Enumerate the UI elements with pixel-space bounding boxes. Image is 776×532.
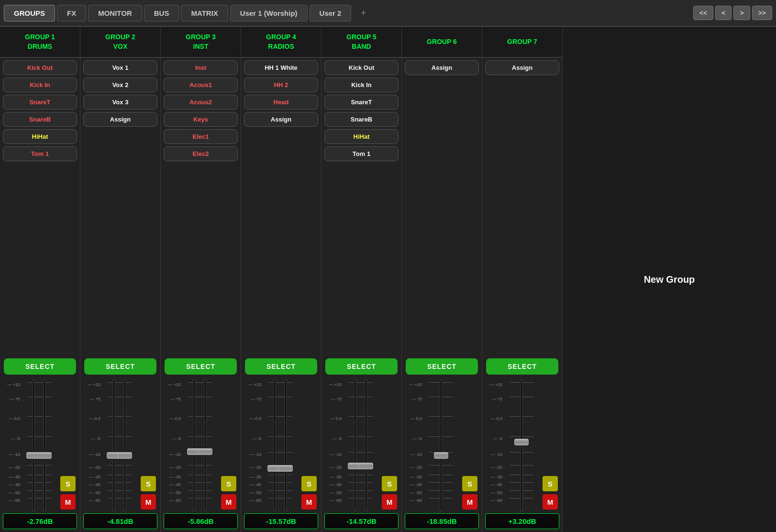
tab-fx[interactable]: FX [57, 5, 86, 22]
mute-btn-group1[interactable]: M [60, 494, 76, 510]
db-display-group2: -4.81dB [83, 513, 157, 529]
channel-btn-group5-0[interactable]: Kick Out [324, 60, 399, 75]
channel-btn-group1-2[interactable]: SnareT [3, 95, 77, 110]
scale-label-1: — +5 [411, 397, 422, 401]
select-btn-group4[interactable]: SELECT [245, 358, 317, 375]
tick-3 [268, 436, 292, 437]
fader-center-group5 [343, 379, 378, 511]
channel-btn-group3-1[interactable]: Acous1 [164, 78, 238, 92]
channel-btn-group2-3[interactable]: Assign [83, 112, 157, 127]
fader-handle2-group4[interactable] [278, 465, 293, 472]
select-btn-group5[interactable]: SELECT [325, 358, 398, 375]
tab-user1[interactable]: User 1 (Worship) [230, 5, 308, 22]
arrow-last[interactable]: >> [752, 6, 772, 20]
group-col-group6: GROUP 6AssignSELECT— +10— +5— 0.0— -5— -… [402, 27, 482, 532]
tab-bus[interactable]: BUS [144, 5, 179, 22]
select-btn-group1[interactable]: SELECT [4, 358, 76, 375]
channel-btn-group1-1[interactable]: Kick In [3, 78, 77, 92]
channel-btn-group3-5[interactable]: Elec2 [164, 146, 238, 161]
fader-handle2-group5[interactable] [359, 463, 373, 469]
scale-label-5: — -20 [410, 465, 422, 470]
channel-btn-group3-0[interactable]: Inst [164, 60, 238, 75]
top-navigation: GROUPS FX MONITOR BUS MATRIX User 1 (Wor… [0, 0, 776, 27]
group-header-group7: GROUP 7 [482, 27, 562, 58]
mute-btn-group6[interactable]: M [462, 494, 477, 510]
channel-btn-group4-3[interactable]: Assign [244, 112, 318, 127]
fader-scale-group7: — +10— +5— 0.0— -5— -10— -20— -30— -40— … [484, 379, 502, 511]
channel-list-group3: InstAcous1Acous2KeysElec1Elec2 [161, 58, 241, 166]
select-btn-group2[interactable]: SELECT [84, 358, 156, 375]
channel-btn-group1-4[interactable]: HiHat [3, 129, 77, 144]
fader-handle-group6[interactable] [434, 452, 448, 459]
channel-btn-group3-3[interactable]: Keys [164, 112, 238, 127]
channel-btn-group2-1[interactable]: Vox 2 [83, 78, 157, 92]
solo-btn-group2[interactable]: S [141, 476, 156, 491]
fader-handle2-group2[interactable] [118, 452, 132, 459]
mute-btn-group5[interactable]: M [382, 494, 397, 510]
select-btn-group6[interactable]: SELECT [406, 358, 478, 375]
tab-user2[interactable]: User 2 [310, 5, 352, 22]
channel-btn-group4-1[interactable]: HH 2 [244, 78, 318, 92]
scale-label-2: — 0.0 [491, 416, 502, 421]
tick-1 [349, 397, 373, 397]
fader-track2-group3 [204, 379, 206, 511]
tab-matrix[interactable]: MATRIX [181, 5, 228, 22]
tab-groups[interactable]: GROUPS [4, 5, 55, 22]
mute-btn-group2[interactable]: M [141, 494, 156, 510]
mute-btn-group3[interactable]: M [221, 494, 236, 510]
channel-list-group1: Kick OutKick InSnareTSnareBHiHatTom 1 [0, 58, 80, 166]
channel-btn-group5-1[interactable]: Kick In [324, 78, 399, 92]
tick-5 [108, 465, 132, 466]
scale-label-8: — -50 [249, 490, 261, 495]
tab-monitor[interactable]: MONITOR [88, 5, 142, 22]
channel-btn-group5-2[interactable]: SnareT [324, 95, 399, 110]
fader-handle2-group1[interactable] [37, 452, 52, 459]
mute-btn-group7[interactable]: M [543, 494, 558, 510]
fader-handle2-group3[interactable] [198, 448, 212, 455]
channel-btn-group5-4[interactable]: HiHat [324, 129, 399, 144]
solo-btn-group6[interactable]: S [462, 476, 477, 491]
channel-btn-group2-2[interactable]: Vox 3 [83, 95, 157, 110]
channel-btn-group1-3[interactable]: SnareB [3, 112, 77, 127]
fader-track2-group2 [123, 379, 126, 511]
tick-9 [349, 498, 373, 499]
add-tab-button[interactable]: + [353, 4, 374, 22]
solo-btn-group1[interactable]: S [60, 476, 76, 491]
scale-label-2: — 0.0 [169, 416, 181, 421]
channel-btn-group7-0[interactable]: Assign [485, 60, 559, 75]
scale-label-9: — -60 [249, 498, 261, 503]
scale-label-2: — 0.0 [89, 416, 100, 421]
channel-btn-group5-5[interactable]: Tom 1 [324, 146, 399, 161]
new-group-panel[interactable]: New Group [563, 27, 776, 532]
solo-btn-group5[interactable]: S [382, 476, 397, 491]
fader-visual-group3: — +10— +5— 0.0— -5— -10— -20— -30— -40— … [163, 379, 239, 511]
scale-label-0: — +10 [409, 382, 422, 387]
scale-label-7: — -40 [410, 482, 422, 487]
select-btn-group7[interactable]: SELECT [486, 358, 558, 375]
solo-btn-group3[interactable]: S [221, 476, 236, 491]
channel-btn-group5-3[interactable]: SnareB [324, 112, 399, 127]
scale-label-4: — -10 [330, 452, 342, 457]
channel-btn-group2-0[interactable]: Vox 1 [83, 60, 157, 75]
select-btn-group3[interactable]: SELECT [165, 358, 237, 375]
tick-8 [349, 490, 373, 491]
fader-scale-group2: — +10— +5— 0.0— -5— -10— -20— -30— -40— … [82, 379, 100, 511]
tick-0 [188, 382, 212, 383]
arrow-first[interactable]: << [693, 6, 713, 20]
channel-btn-group4-0[interactable]: HH 1 White [244, 60, 318, 75]
channel-btn-group1-5[interactable]: Tom 1 [3, 146, 77, 161]
channel-btn-group3-4[interactable]: Elec1 [164, 129, 238, 144]
channel-btn-group4-2[interactable]: Head [244, 95, 318, 110]
channel-btn-group6-0[interactable]: Assign [405, 60, 479, 75]
solo-btn-group7[interactable]: S [543, 476, 558, 491]
mute-btn-group4[interactable]: M [301, 494, 317, 510]
fader-handle-group7[interactable] [514, 439, 529, 445]
arrow-next[interactable]: > [733, 6, 750, 20]
arrow-prev[interactable]: < [715, 6, 732, 20]
scale-label-0: — +10 [248, 382, 261, 387]
db-display-group4: -15.57dB [244, 513, 318, 529]
scale-label-9: — -60 [410, 498, 422, 503]
solo-btn-group4[interactable]: S [301, 476, 317, 491]
channel-btn-group1-0[interactable]: Kick Out [3, 60, 77, 75]
channel-btn-group3-2[interactable]: Acous2 [164, 95, 238, 110]
